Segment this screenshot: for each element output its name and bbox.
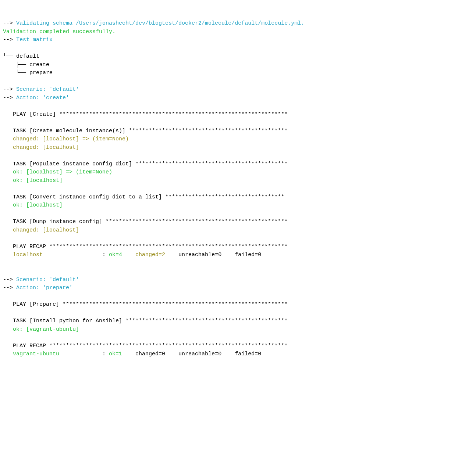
recap-ok: ok=1 (109, 351, 135, 357)
arrow: --> (3, 37, 13, 43)
recap-colon: : (102, 351, 109, 357)
changed-localhost-item: changed: [localhost] => (item=None) (13, 136, 129, 142)
tree-prepare: └── prepare (3, 70, 53, 76)
arrow: --> (3, 86, 13, 93)
arrow: --> (3, 20, 13, 26)
ok-localhost: ok: [localhost] (13, 177, 63, 184)
play-prepare: PLAY [Prepare] *************************… (13, 301, 288, 308)
terminal-output: --> Validating schema /Users/jonashecht/… (3, 19, 473, 359)
validating-line: Validating schema /Users/jonashecht/dev/… (16, 20, 304, 26)
action-prepare: Action: 'prepare' (16, 285, 72, 291)
recap-changed: changed=2 (135, 252, 178, 258)
tree-default: └── default (3, 53, 39, 60)
changed-localhost: changed: [localhost] (13, 227, 79, 233)
ok-localhost: ok: [localhost] (13, 202, 63, 208)
tree-create: ├── create (3, 62, 49, 68)
recap-unreachable: unreachable=0 (178, 351, 235, 357)
scenario-default: Scenario: 'default' (16, 86, 79, 93)
ok-localhost-item: ok: [localhost] => (item=None) (13, 169, 112, 175)
recap-colon: : (102, 252, 109, 258)
test-matrix-label: Test matrix (16, 37, 53, 43)
play-create: PLAY [Create] **************************… (13, 111, 288, 118)
action-create: Action: 'create' (16, 95, 69, 101)
task-install-python: TASK [Install python for Ansible] ******… (13, 318, 288, 324)
recap-unreachable: unreachable=0 (178, 252, 235, 258)
changed-localhost: changed: [localhost] (13, 144, 79, 151)
arrow: --> (3, 277, 13, 283)
play-recap-header: PLAY RECAP *****************************… (13, 343, 288, 349)
task-convert: TASK [Convert instance config dict to a … (13, 194, 284, 200)
recap-host: vagrant-ubuntu (13, 351, 102, 357)
create-block: PLAY [Create] **************************… (3, 102, 473, 268)
arrow: --> (3, 95, 13, 101)
task-populate: TASK [Populate instance config dict] ***… (13, 161, 288, 167)
recap-failed: failed=0 (235, 351, 261, 357)
task-create-instance: TASK [Create molecule instance(s)] *****… (13, 128, 288, 134)
recap-changed: changed=0 (135, 351, 178, 357)
recap-failed: failed=0 (235, 252, 261, 258)
task-dump: TASK [Dump instance config] ************… (13, 219, 288, 225)
ok-vagrant: ok: [vagrant-ubuntu] (13, 326, 79, 333)
recap-host: localhost (13, 252, 102, 258)
play-recap-header: PLAY RECAP *****************************… (13, 244, 288, 250)
validation-complete: Validation completed successfully. (3, 29, 116, 35)
arrow: --> (3, 285, 13, 291)
recap-ok: ok=4 (109, 252, 135, 258)
prepare-block: PLAY [Prepare] *************************… (3, 292, 473, 359)
scenario-default: Scenario: 'default' (16, 277, 79, 283)
